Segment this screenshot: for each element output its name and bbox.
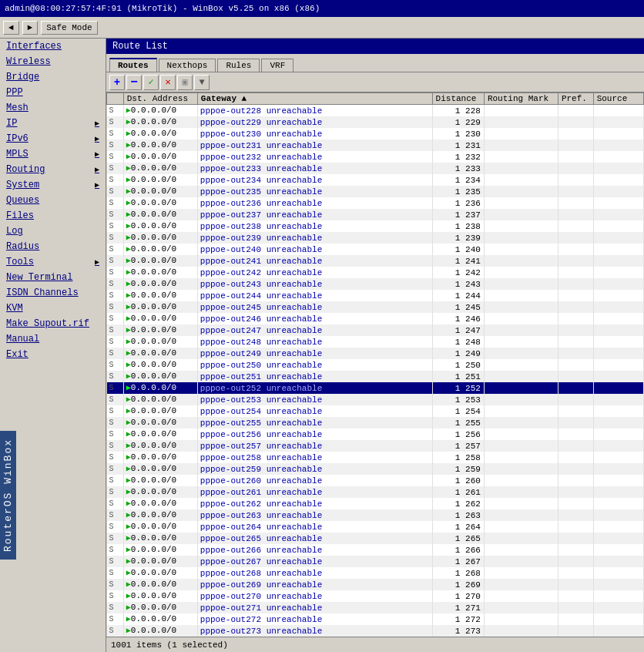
col-gateway[interactable]: Gateway ▲ (197, 93, 432, 105)
sidebar-item-ipv6[interactable]: IPv6▶ (0, 131, 106, 146)
sidebar-item-isdn-channels[interactable]: ISDN Channels (0, 285, 106, 301)
table-row[interactable]: S▶0.0.0.0/0pppoe-out236 unreachable1 236 (107, 197, 644, 209)
row-pref (558, 382, 593, 394)
table-row[interactable]: S▶0.0.0.0/0pppoe-out258 unreachable1 258 (107, 452, 644, 463)
table-row[interactable]: S▶0.0.0.0/0pppoe-out231 unreachable1 231 (107, 139, 644, 151)
table-row[interactable]: S▶0.0.0.0/0pppoe-out240 unreachable1 240 (107, 244, 644, 255)
sidebar-item-routing[interactable]: Routing▶ (0, 162, 106, 177)
row-flag: S (107, 301, 124, 313)
col-dst[interactable]: Dst. Address (123, 93, 197, 105)
table-row[interactable]: S▶0.0.0.0/0pppoe-out248 unreachable1 248 (107, 336, 644, 348)
filter-button[interactable]: ▼ (194, 75, 210, 90)
table-row[interactable]: S▶0.0.0.0/0pppoe-out263 unreachable1 263 (107, 509, 644, 521)
table-row[interactable]: S▶0.0.0.0/0pppoe-out253 unreachable1 253 (107, 394, 644, 405)
sidebar-item-interfaces[interactable]: Interfaces (0, 39, 106, 54)
table-row[interactable]: S▶0.0.0.0/0pppoe-out264 unreachable1 264 (107, 521, 644, 533)
sidebar-item-wireless[interactable]: Wireless (0, 54, 106, 69)
row-pref (558, 232, 593, 244)
table-row[interactable]: S▶0.0.0.0/0pppoe-out271 unreachable1 271 (107, 602, 644, 613)
expand-arrow-icon: ▶ (95, 119, 99, 128)
tab-vrf[interactable]: VRF (261, 59, 293, 72)
sidebar-item-bridge[interactable]: Bridge (0, 69, 106, 85)
table-row[interactable]: S▶0.0.0.0/0pppoe-out232 unreachable1 232 (107, 151, 644, 163)
table-row[interactable]: S▶0.0.0.0/0pppoe-out228 unreachable1 228 (107, 105, 644, 117)
undo-button[interactable]: ◄ (3, 21, 19, 35)
sidebar-item-files[interactable]: Files (0, 208, 106, 223)
sidebar-item-manual[interactable]: Manual (0, 331, 106, 347)
sidebar-item-system[interactable]: System▶ (0, 177, 106, 193)
row-pref (558, 278, 593, 290)
disable-route-button[interactable]: ✕ (160, 75, 176, 90)
table-row[interactable]: S▶0.0.0.0/0pppoe-out229 unreachable1 229 (107, 116, 644, 128)
tab-routes[interactable]: Routes (109, 58, 157, 72)
route-table[interactable]: Dst. Address Gateway ▲ Distance Routing … (106, 92, 644, 637)
col-flag[interactable] (107, 93, 124, 105)
table-row[interactable]: S▶0.0.0.0/0pppoe-out269 unreachable1 269 (107, 579, 644, 590)
col-pref[interactable]: Pref. (558, 93, 593, 105)
table-row[interactable]: S▶0.0.0.0/0pppoe-out266 unreachable1 266 (107, 544, 644, 556)
table-row[interactable]: S▶0.0.0.0/0pppoe-out242 unreachable1 242 (107, 267, 644, 278)
table-row[interactable]: S▶0.0.0.0/0pppoe-out254 unreachable1 254 (107, 405, 644, 417)
redo-button[interactable]: ► (22, 21, 39, 35)
col-distance[interactable]: Distance (432, 93, 484, 105)
sidebar-item-radius[interactable]: Radius (0, 239, 106, 254)
row-dst: ▶0.0.0.0/0 (123, 128, 197, 139)
table-row[interactable]: S▶0.0.0.0/0pppoe-out273 unreachable1 273 (107, 625, 644, 637)
sidebar-item-mpls[interactable]: MPLS▶ (0, 146, 106, 162)
table-row[interactable]: S▶0.0.0.0/0pppoe-out256 unreachable1 256 (107, 429, 644, 440)
tab-nexthops[interactable]: Nexthops (159, 59, 216, 72)
comment-button[interactable]: ▣ (177, 75, 193, 90)
sidebar-item-tools[interactable]: Tools▶ (0, 254, 106, 270)
tab-rules[interactable]: Rules (217, 59, 260, 72)
table-row[interactable]: S▶0.0.0.0/0pppoe-out245 unreachable1 245 (107, 301, 644, 313)
table-row[interactable]: S▶0.0.0.0/0pppoe-out244 unreachable1 244 (107, 290, 644, 301)
table-row[interactable]: S▶0.0.0.0/0pppoe-out255 unreachable1 255 (107, 417, 644, 429)
sidebar-item-queues[interactable]: Queues (0, 193, 106, 208)
table-row[interactable]: S▶0.0.0.0/0pppoe-out249 unreachable1 249 (107, 348, 644, 359)
sidebar-item-label: Exit (6, 349, 29, 360)
sidebar-item-new-terminal[interactable]: New Terminal (0, 270, 106, 285)
table-row[interactable]: S▶0.0.0.0/0pppoe-out252 unreachable1 252 (107, 382, 644, 394)
table-row[interactable]: S▶0.0.0.0/0pppoe-out270 unreachable1 270 (107, 590, 644, 602)
sidebar-item-exit[interactable]: Exit (0, 347, 106, 362)
sidebar-item-make-supout[interactable]: Make Supout.rif (0, 316, 106, 331)
action-toolbar: + − ✓ ✕ ▣ ▼ (106, 72, 644, 92)
row-dst: ▶0.0.0.0/0 (123, 498, 197, 509)
table-row[interactable]: S▶0.0.0.0/0pppoe-out243 unreachable1 243 (107, 278, 644, 290)
table-row[interactable]: S▶0.0.0.0/0pppoe-out260 unreachable1 260 (107, 475, 644, 486)
table-row[interactable]: S▶0.0.0.0/0pppoe-out250 unreachable1 250 (107, 359, 644, 371)
table-row[interactable]: S▶0.0.0.0/0pppoe-out230 unreachable1 230 (107, 128, 644, 139)
table-row[interactable]: S▶0.0.0.0/0pppoe-out262 unreachable1 262 (107, 498, 644, 509)
table-row[interactable]: S▶0.0.0.0/0pppoe-out257 unreachable1 257 (107, 440, 644, 452)
add-route-button[interactable]: + (109, 75, 125, 90)
table-row[interactable]: S▶0.0.0.0/0pppoe-out241 unreachable1 241 (107, 255, 644, 267)
safe-mode-button[interactable]: Safe Mode (41, 21, 97, 35)
table-row[interactable]: S▶0.0.0.0/0pppoe-out235 unreachable1 235 (107, 186, 644, 197)
table-row[interactable]: S▶0.0.0.0/0pppoe-out251 unreachable1 251 (107, 371, 644, 382)
table-row[interactable]: S▶0.0.0.0/0pppoe-out272 unreachable1 272 (107, 613, 644, 625)
sidebar-item-ppp[interactable]: PPP (0, 85, 106, 100)
table-row[interactable]: S▶0.0.0.0/0pppoe-out268 unreachable1 268 (107, 567, 644, 579)
table-row[interactable]: S▶0.0.0.0/0pppoe-out238 unreachable1 238 (107, 220, 644, 232)
col-routing-mark[interactable]: Routing Mark (484, 93, 558, 105)
table-row[interactable]: S▶0.0.0.0/0pppoe-out233 unreachable1 233 (107, 163, 644, 174)
table-row[interactable]: S▶0.0.0.0/0pppoe-out246 unreachable1 246 (107, 313, 644, 324)
row-flag: S (107, 324, 124, 336)
sidebar-item-log[interactable]: Log (0, 223, 106, 239)
table-row[interactable]: S▶0.0.0.0/0pppoe-out247 unreachable1 247 (107, 324, 644, 336)
remove-route-button[interactable]: − (126, 75, 142, 90)
sidebar-item-mesh[interactable]: Mesh (0, 100, 106, 116)
sidebar-item-ip[interactable]: IP▶ (0, 116, 106, 131)
row-gateway: pppoe-out273 unreachable (197, 625, 432, 637)
table-row[interactable]: S▶0.0.0.0/0pppoe-out265 unreachable1 265 (107, 533, 644, 544)
table-row[interactable]: S▶0.0.0.0/0pppoe-out267 unreachable1 267 (107, 556, 644, 567)
table-row[interactable]: S▶0.0.0.0/0pppoe-out259 unreachable1 259 (107, 463, 644, 475)
table-row[interactable]: S▶0.0.0.0/0pppoe-out239 unreachable1 239 (107, 232, 644, 244)
enable-route-button[interactable]: ✓ (143, 75, 159, 90)
col-source[interactable]: Source (593, 93, 643, 105)
table-row[interactable]: S▶0.0.0.0/0pppoe-out234 unreachable1 234 (107, 174, 644, 186)
sidebar-item-kvm[interactable]: KVM (0, 301, 106, 316)
table-row[interactable]: S▶0.0.0.0/0pppoe-out261 unreachable1 261 (107, 486, 644, 498)
sidebar-item-label: New Terminal (6, 272, 72, 283)
table-row[interactable]: S▶0.0.0.0/0pppoe-out237 unreachable1 237 (107, 209, 644, 220)
